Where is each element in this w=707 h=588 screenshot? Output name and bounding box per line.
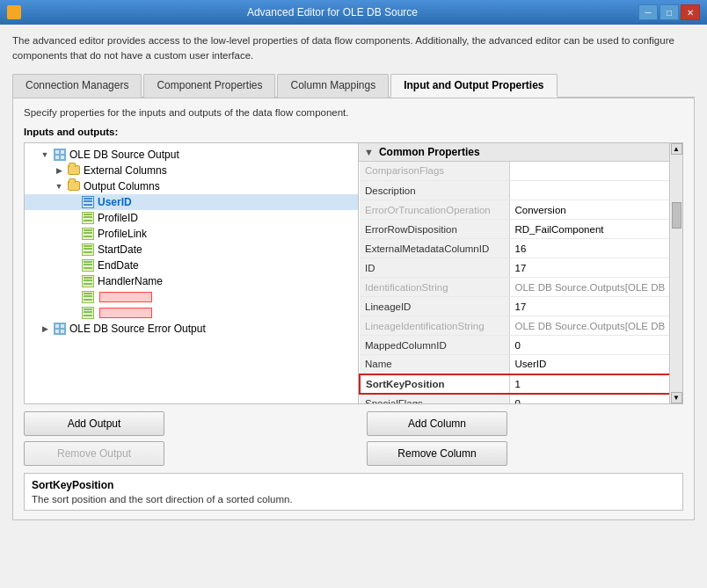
- prop-value-highlighted[interactable]: 1: [509, 374, 681, 394]
- prop-key: ComparisonFlags: [360, 162, 509, 181]
- prop-value[interactable]: 16: [509, 239, 681, 258]
- main-window: The advanced editor provides access to t…: [0, 25, 707, 529]
- scroll-down-button[interactable]: ▼: [671, 392, 682, 403]
- col-icon: [81, 258, 95, 272]
- collapse-icon[interactable]: ▼: [364, 147, 374, 157]
- tree-label: External Columns: [84, 164, 167, 177]
- expander[interactable]: ▼: [39, 149, 51, 161]
- button-row-2: Remove Output Remove Column: [24, 441, 683, 466]
- expander-empty: [67, 212, 79, 224]
- properties-table: ComparisonFlags Description ErrorOrTrunc…: [359, 162, 682, 403]
- tree-item-red2[interactable]: [25, 305, 358, 321]
- prop-key: LineageID: [360, 297, 509, 316]
- maximize-button[interactable]: □: [660, 4, 679, 20]
- scrollbar[interactable]: ▲ ▼: [669, 143, 682, 403]
- tab-input-output-properties[interactable]: Input and Output Properties: [390, 74, 557, 98]
- tree-item-userid[interactable]: UserID: [25, 194, 358, 210]
- common-properties-label: Common Properties: [379, 146, 480, 158]
- prop-key: ExternalMetadataColumnID: [360, 239, 509, 258]
- tree-item-ole-db-source-output[interactable]: ▼ OLE DB Source Output: [25, 147, 358, 163]
- tree-item-profileid[interactable]: ProfileID: [25, 210, 358, 226]
- expander-empty: [67, 243, 79, 256]
- tree-label: Output Columns: [84, 180, 160, 192]
- tab-component-properties[interactable]: Component Properties: [143, 74, 275, 98]
- folder-icon: [67, 179, 81, 193]
- table-icon: [53, 148, 67, 162]
- prop-value[interactable]: 0: [509, 336, 681, 355]
- prop-value[interactable]: [509, 162, 681, 181]
- prop-value[interactable]: UserID: [509, 355, 681, 374]
- tree-label: StartDate: [98, 243, 142, 256]
- expander-empty: [67, 275, 79, 287]
- tree-label: OLE DB Source Output: [69, 149, 179, 161]
- tree-label: ProfileID: [98, 212, 138, 224]
- prop-value: OLE DB Source.Outputs[OLE DB: [509, 278, 681, 297]
- expander[interactable]: ▶: [39, 323, 51, 335]
- expander-empty: [67, 307, 79, 319]
- prop-row-lineage-ident: LineageIdentificationString OLE DB Sourc…: [360, 316, 681, 336]
- tree-label: EndDate: [98, 259, 139, 272]
- tree-label: ProfileLink: [98, 228, 147, 240]
- tree-label: HandlerName: [98, 275, 163, 287]
- prop-row-special-flags: SpecialFlags 0: [360, 394, 681, 403]
- tree-item-profilelink[interactable]: ProfileLink: [25, 226, 358, 242]
- col-selected-icon: [81, 195, 95, 209]
- prop-row-ident-string: IdentificationString OLE DB Source.Outpu…: [360, 278, 681, 297]
- prop-value[interactable]: 0: [509, 394, 681, 403]
- minimize-button[interactable]: ─: [638, 4, 658, 20]
- tree-item-output-columns[interactable]: ▼ Output Columns: [25, 178, 358, 194]
- prop-value[interactable]: 17: [509, 297, 681, 316]
- tree-item-startdate[interactable]: StartDate: [25, 242, 358, 258]
- window-title: Advanced Editor for OLE DB Source: [26, 6, 638, 18]
- tabs-container: Connection Managers Component Properties…: [12, 73, 695, 98]
- expander-empty: [67, 259, 79, 272]
- prop-value[interactable]: [509, 181, 681, 200]
- tab-column-mappings[interactable]: Column Mappings: [277, 74, 389, 98]
- add-output-button[interactable]: Add Output: [24, 411, 164, 436]
- tree-item-enddate[interactable]: EndDate: [25, 258, 358, 273]
- scroll-up-button[interactable]: ▲: [671, 143, 682, 155]
- tree-pane[interactable]: ▼ OLE DB Source Output ▶ External Column…: [25, 143, 359, 403]
- close-button[interactable]: ✕: [681, 4, 700, 20]
- prop-row-sort-key[interactable]: SortKeyPosition 1: [360, 374, 681, 394]
- expander-empty: [67, 291, 79, 303]
- table-icon: [53, 322, 67, 336]
- remove-output-button[interactable]: Remove Output: [24, 441, 164, 466]
- tree-item-external-columns[interactable]: ▶ External Columns: [25, 163, 358, 178]
- common-properties-header: ▼ Common Properties: [359, 143, 682, 162]
- tab-connection-managers[interactable]: Connection Managers: [12, 74, 142, 98]
- prop-row-description: Description: [360, 181, 681, 200]
- description-box: SortKeyPosition The sort position and th…: [24, 473, 683, 511]
- expander[interactable]: ▼: [53, 180, 65, 192]
- col-icon: [81, 274, 95, 288]
- tree-label: UserID: [98, 196, 132, 208]
- prop-key: Description: [360, 181, 509, 200]
- scroll-track: [671, 155, 682, 392]
- main-description: The advanced editor provides access to t…: [12, 33, 695, 64]
- prop-key: ID: [360, 258, 509, 278]
- content-area: Specify properties for the inputs and ou…: [12, 98, 695, 520]
- content-subtitle: Specify properties for the inputs and ou…: [24, 107, 683, 118]
- window-controls: ─ □ ✕: [638, 4, 700, 20]
- add-column-button[interactable]: Add Column: [367, 411, 507, 436]
- prop-key: ErrorRowDisposition: [360, 220, 509, 239]
- prop-value[interactable]: 17: [509, 258, 681, 278]
- prop-key: LineageIdentificationString: [360, 316, 509, 336]
- tree-item-handlername[interactable]: HandlerName: [25, 273, 358, 289]
- tree-item-red1[interactable]: [25, 289, 358, 305]
- expander[interactable]: ▶: [53, 164, 65, 177]
- prop-key: IdentificationString: [360, 278, 509, 297]
- prop-row-lineage-id: LineageID 17: [360, 297, 681, 316]
- tree-item-ole-db-error-output[interactable]: ▶ OLE DB Source Error Output: [25, 321, 358, 337]
- prop-value[interactable]: RD_FailComponent: [509, 220, 681, 239]
- remove-column-button[interactable]: Remove Column: [367, 441, 507, 466]
- prop-key: Name: [360, 355, 509, 374]
- col-icon: [81, 306, 95, 320]
- prop-value[interactable]: Conversion: [509, 200, 681, 220]
- app-icon: [7, 5, 21, 19]
- title-bar: Advanced Editor for OLE DB Source ─ □ ✕: [0, 0, 707, 25]
- prop-key-highlighted: SortKeyPosition: [360, 374, 509, 394]
- expander-empty: [67, 196, 79, 208]
- prop-row-id: ID 17: [360, 258, 681, 278]
- scroll-thumb[interactable]: [672, 202, 681, 229]
